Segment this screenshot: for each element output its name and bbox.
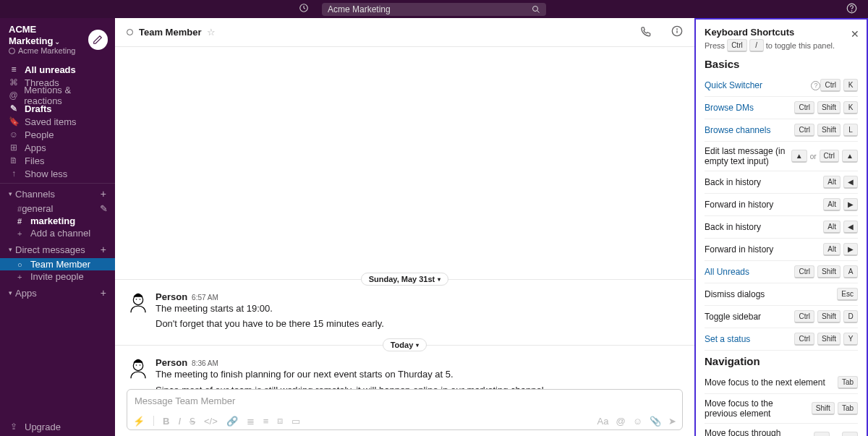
shortcut-row: Move focus to the previous elementShiftT…	[705, 394, 858, 424]
nav-saved[interactable]: 🔖Saved items	[0, 115, 115, 128]
svg-point-1	[533, 6, 538, 11]
add-channel[interactable]: +Add a channel	[0, 227, 115, 239]
shortcut-row: Back in historyAlt◀	[705, 171, 858, 194]
shortcut-row: Move focus through messages▲or▼	[705, 424, 858, 436]
date-divider: Sunday, May 31st▾	[115, 270, 694, 288]
attach-icon[interactable]: 📎	[650, 416, 661, 427]
svg-point-8	[140, 299, 141, 300]
svg-point-3	[851, 10, 852, 11]
dm-section-header[interactable]: ▾Direct messages +	[0, 239, 115, 258]
emoji-icon[interactable]: ☺	[633, 416, 642, 427]
ul-icon[interactable]: ≡	[263, 416, 269, 427]
search-text: Acme Marketing	[328, 4, 391, 14]
message-time: 8:36 AM	[192, 359, 218, 367]
sidebar: ACME Marketing⌄ Acme Marketing ≡All unre…	[0, 18, 115, 436]
close-icon[interactable]: ✕	[851, 28, 859, 40]
section-navigation: Navigation	[705, 355, 858, 367]
channel-general[interactable]: #general✎	[0, 202, 115, 215]
message-body: The meeting starts at 19:00.Don't forget…	[156, 302, 384, 330]
help-circle-icon[interactable]: ?	[811, 81, 820, 90]
svg-point-5	[677, 29, 678, 30]
upgrade-link[interactable]: ⇪Upgrade	[0, 423, 115, 436]
nav-all-unreads[interactable]: ≡All unreads	[0, 63, 115, 76]
date-divider: Today▾	[115, 335, 694, 354]
dm-team-member[interactable]: ○Team Member	[0, 258, 115, 270]
shortcut-row: Browse DMsCtrlShiftK	[705, 97, 858, 119]
add-icon[interactable]: +	[101, 188, 106, 200]
message: Person6:57 AM The meeting starts at 19:0…	[115, 288, 694, 335]
composer-input[interactable]: Message Team Member	[127, 390, 682, 412]
conversation-title: Team Member	[139, 27, 201, 38]
svg-point-7	[136, 299, 137, 300]
compose-button[interactable]	[88, 30, 108, 50]
shortcut-row: All UnreadsCtrlShiftA	[705, 261, 858, 283]
shortcuts-panel: ✕ Keyboard Shortcuts Press Ctrl / to tog…	[694, 18, 868, 436]
star-icon[interactable]: ☆	[207, 27, 216, 38]
top-bar: Acme Marketing	[0, 0, 868, 18]
code-icon[interactable]: </>	[204, 416, 218, 427]
section-basics: Basics	[705, 58, 858, 70]
nav-show-less[interactable]: ↑Show less	[0, 167, 115, 180]
send-icon[interactable]: ➤	[668, 416, 676, 427]
ol-icon[interactable]: ≣	[247, 416, 255, 427]
italic-icon[interactable]: I	[178, 416, 181, 427]
workspace-name: ACME Marketing	[9, 24, 53, 46]
aa-icon[interactable]: Aa	[597, 416, 609, 427]
strike-icon[interactable]: S̶	[190, 416, 195, 427]
search-input[interactable]: Acme Marketing	[322, 3, 546, 16]
chevron-down-icon: ⌄	[54, 38, 60, 46]
help-icon[interactable]	[846, 3, 857, 16]
channel-marketing[interactable]: #marketing	[0, 215, 115, 227]
link-icon[interactable]: 🔗	[226, 416, 238, 427]
shortcut-row: Move focus to the next elementTab	[705, 372, 858, 394]
svg-point-10	[136, 365, 137, 367]
codeblock-icon[interactable]: ▭	[292, 416, 300, 427]
message-author[interactable]: Person	[156, 291, 187, 302]
presence-icon	[127, 29, 133, 35]
message-body: The meeting to finish planning for our n…	[156, 368, 546, 389]
shortcut-row: Set a statusCtrlShiftY	[705, 328, 858, 351]
shortcut-row: Dismiss dialogsEsc	[705, 283, 858, 306]
nav-people[interactable]: ☺People	[0, 128, 115, 141]
message-composer[interactable]: Message Team Member ⚡ B I S̶ </> 🔗 ≣ ≡ ⧈…	[127, 389, 683, 430]
shortcut-row: Forward in historyAlt▶	[705, 239, 858, 261]
svg-point-11	[140, 365, 141, 367]
shortcut-row: Browse channelsCtrlShiftL	[705, 119, 858, 142]
avatar[interactable]	[127, 357, 150, 380]
main-content: Team Member ☆ Sunday, May 31st▾ Person6:…	[115, 18, 694, 436]
quote-icon[interactable]: ⧈	[277, 415, 283, 427]
composer-toolbar: ⚡ B I S̶ </> 🔗 ≣ ≡ ⧈ ▭ Aa @	[127, 412, 682, 429]
history-icon[interactable]	[299, 3, 309, 15]
conversation-header: Team Member ☆	[115, 18, 694, 47]
invite-people[interactable]: +Invite people	[0, 270, 115, 283]
call-icon[interactable]	[640, 26, 651, 39]
info-icon[interactable]	[671, 25, 683, 39]
bold-icon[interactable]: B	[163, 416, 169, 427]
nav-files[interactable]: 🗎Files	[0, 154, 115, 167]
shortcut-row: Edit last message (in empty text input)▲…	[705, 142, 858, 171]
message-list: Sunday, May 31st▾ Person6:57 AM The meet…	[115, 47, 694, 389]
panel-title: Keyboard Shortcuts	[705, 27, 858, 38]
shortcut-row: Back in historyAlt◀	[705, 216, 858, 239]
search-icon	[532, 5, 540, 14]
nav-mentions[interactable]: @Mentions & reactions	[0, 89, 115, 102]
workspace-switcher[interactable]: ACME Marketing⌄ Acme Marketing	[0, 18, 115, 60]
add-icon[interactable]: +	[101, 287, 106, 299]
lightning-icon[interactable]: ⚡	[133, 416, 145, 427]
panel-subtitle: Press Ctrl / to toggle this panel.	[705, 39, 858, 52]
shortcut-row: Toggle sidebarCtrlShiftD	[705, 306, 858, 328]
shortcut-row: Forward in historyAlt▶	[705, 194, 858, 216]
apps-section-header[interactable]: ▾Apps +	[0, 283, 115, 302]
message: Person8:36 AM The meeting to finish plan…	[115, 354, 694, 389]
message-author[interactable]: Person	[156, 357, 187, 368]
pencil-icon[interactable]: ✎	[100, 203, 108, 214]
channels-section-header[interactable]: ▾Channels +	[0, 184, 115, 202]
add-icon[interactable]: +	[101, 244, 106, 255]
workspace-sub: Acme Marketing	[9, 46, 88, 56]
nav-apps[interactable]: ⊞Apps	[0, 141, 115, 154]
message-time: 6:57 AM	[192, 294, 218, 302]
mention-icon[interactable]: @	[616, 416, 626, 427]
avatar[interactable]	[127, 291, 150, 315]
shortcut-row: Quick Switcher?CtrlK	[705, 74, 858, 97]
